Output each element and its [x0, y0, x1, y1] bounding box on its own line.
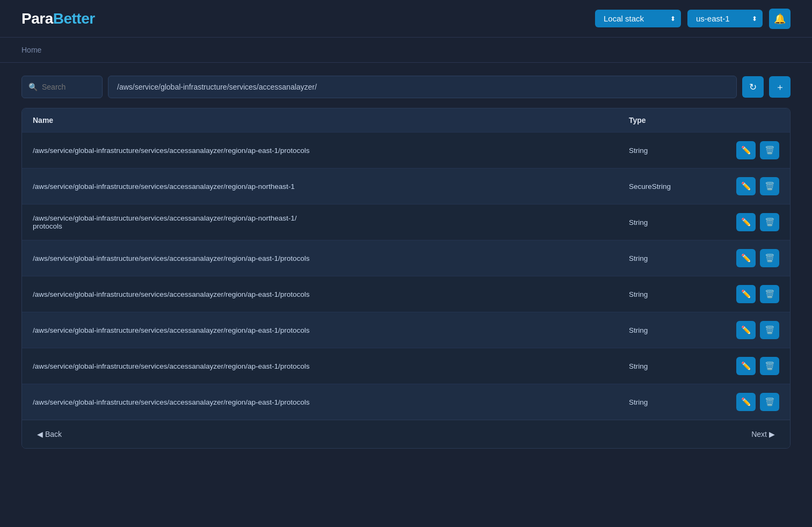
- table-row: /aws/service/global-infrastructure/servi…: [22, 133, 790, 169]
- table-container: Name Type /aws/service/global-infrastruc…: [21, 108, 791, 449]
- delete-button[interactable]: 🗑️: [760, 357, 779, 375]
- edit-button[interactable]: ✏️: [736, 213, 756, 231]
- row-type: String: [618, 240, 726, 276]
- trash-icon: 🗑️: [765, 181, 775, 191]
- row-type: String: [618, 384, 726, 420]
- breadcrumb[interactable]: Home: [21, 46, 41, 54]
- edit-button[interactable]: ✏️: [736, 249, 756, 267]
- back-button[interactable]: ◀ Back: [33, 428, 66, 441]
- table-row: /aws/service/global-infrastructure/servi…: [22, 276, 790, 312]
- main-content: 🔍 ↻ ＋ Name Type /aws/service/globa: [0, 63, 812, 462]
- region-select[interactable]: us-east-1: [687, 10, 763, 27]
- edit-icon: ✏️: [741, 325, 751, 335]
- logo: ParaBetter: [21, 10, 95, 27]
- table-row: /aws/service/global-infrastructure/servi…: [22, 240, 790, 276]
- edit-icon: ✏️: [741, 253, 751, 263]
- row-type: String: [618, 348, 726, 384]
- breadcrumb-bar: Home: [0, 38, 812, 63]
- row-type: String: [618, 312, 726, 348]
- logo-text-part2: Better: [53, 10, 95, 27]
- refresh-icon: ↻: [749, 82, 757, 93]
- stack-select-wrapper: Local stack ⬍: [595, 10, 681, 27]
- next-button[interactable]: Next ▶: [747, 428, 779, 441]
- edit-icon: ✏️: [741, 217, 751, 227]
- row-actions: ✏️🗑️: [726, 240, 790, 276]
- edit-button[interactable]: ✏️: [736, 141, 756, 159]
- table-row: /aws/service/global-infrastructure/servi…: [22, 384, 790, 420]
- trash-icon: 🗑️: [765, 325, 775, 335]
- logo-text: ParaBetter: [21, 10, 95, 27]
- edit-button[interactable]: ✏️: [736, 357, 756, 375]
- edit-button[interactable]: ✏️: [736, 177, 756, 195]
- back-label: Back: [45, 430, 62, 438]
- row-actions: ✏️🗑️: [726, 169, 790, 204]
- edit-icon: ✏️: [741, 361, 751, 371]
- row-name: /aws/service/global-infrastructure/servi…: [22, 276, 618, 312]
- row-actions: ✏️🗑️: [726, 204, 790, 240]
- row-actions: ✏️🗑️: [726, 348, 790, 384]
- edit-button[interactable]: ✏️: [736, 285, 756, 303]
- row-type: SecureString: [618, 169, 726, 204]
- trash-icon: 🗑️: [765, 217, 775, 227]
- search-icon: 🔍: [28, 83, 38, 91]
- row-name: /aws/service/global-infrastructure/servi…: [22, 240, 618, 276]
- search-input-wrapper: 🔍: [21, 76, 103, 98]
- back-arrow-icon: ◀: [37, 430, 43, 438]
- row-actions: ✏️🗑️: [726, 133, 790, 169]
- edit-icon: ✏️: [741, 145, 751, 155]
- next-label: Next: [751, 430, 767, 438]
- row-name: /aws/service/global-infrastructure/servi…: [22, 348, 618, 384]
- pagination: ◀ Back Next ▶: [22, 420, 790, 448]
- parameters-table: Name Type /aws/service/global-infrastruc…: [22, 108, 790, 420]
- row-type: String: [618, 133, 726, 169]
- search-input[interactable]: [42, 83, 96, 91]
- delete-button[interactable]: 🗑️: [760, 213, 779, 231]
- delete-button[interactable]: 🗑️: [760, 321, 779, 339]
- bell-icon: 🔔: [774, 13, 786, 25]
- table-body: /aws/service/global-infrastructure/servi…: [22, 133, 790, 420]
- delete-button[interactable]: 🗑️: [760, 249, 779, 267]
- trash-icon: 🗑️: [765, 145, 775, 155]
- trash-icon: 🗑️: [765, 361, 775, 371]
- row-type: String: [618, 276, 726, 312]
- row-actions: ✏️🗑️: [726, 276, 790, 312]
- delete-button[interactable]: 🗑️: [760, 177, 779, 195]
- column-type: Type: [618, 108, 726, 133]
- add-button[interactable]: ＋: [769, 76, 791, 98]
- plus-icon: ＋: [775, 81, 785, 93]
- trash-icon: 🗑️: [765, 253, 775, 263]
- row-actions: ✏️🗑️: [726, 384, 790, 420]
- row-name: /aws/service/global-infrastructure/servi…: [22, 169, 618, 204]
- column-name: Name: [22, 108, 618, 133]
- row-name: /aws/service/global-infrastructure/servi…: [22, 384, 618, 420]
- row-name: /aws/service/global-infrastructure/servi…: [22, 133, 618, 169]
- delete-button[interactable]: 🗑️: [760, 141, 779, 159]
- column-actions: [726, 108, 790, 133]
- table-row: /aws/service/global-infrastructure/servi…: [22, 312, 790, 348]
- trash-icon: 🗑️: [765, 289, 775, 299]
- header-controls: Local stack ⬍ us-east-1 ⬍ 🔔: [595, 9, 791, 29]
- stack-select[interactable]: Local stack: [595, 10, 681, 27]
- table-scroll[interactable]: Name Type /aws/service/global-infrastruc…: [22, 108, 790, 420]
- edit-icon: ✏️: [741, 289, 751, 299]
- table-row: /aws/service/global-infrastructure/servi…: [22, 169, 790, 204]
- row-name: /aws/service/global-infrastructure/servi…: [22, 204, 618, 240]
- row-name: /aws/service/global-infrastructure/servi…: [22, 312, 618, 348]
- next-arrow-icon: ▶: [769, 430, 775, 438]
- delete-button[interactable]: 🗑️: [760, 393, 779, 411]
- row-type: String: [618, 204, 726, 240]
- logo-text-part1: Para: [21, 10, 53, 27]
- edit-button[interactable]: ✏️: [736, 321, 756, 339]
- region-select-wrapper: us-east-1 ⬍: [687, 10, 763, 27]
- row-actions: ✏️🗑️: [726, 312, 790, 348]
- table-row: /aws/service/global-infrastructure/servi…: [22, 204, 790, 240]
- notification-button[interactable]: 🔔: [769, 9, 791, 29]
- path-input[interactable]: [108, 76, 737, 98]
- refresh-button[interactable]: ↻: [742, 76, 764, 98]
- edit-icon: ✏️: [741, 397, 751, 407]
- edit-button[interactable]: ✏️: [736, 393, 756, 411]
- delete-button[interactable]: 🗑️: [760, 285, 779, 303]
- table-row: /aws/service/global-infrastructure/servi…: [22, 348, 790, 384]
- header: ParaBetter Local stack ⬍ us-east-1 ⬍ 🔔: [0, 0, 812, 38]
- edit-icon: ✏️: [741, 181, 751, 191]
